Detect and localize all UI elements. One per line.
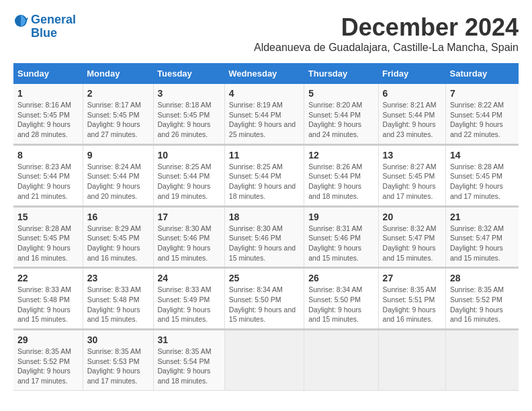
day-info: Sunrise: 8:34 AMSunset: 5:50 PMDaylight:… <box>229 285 300 324</box>
table-row <box>304 330 378 391</box>
day-info: Sunrise: 8:32 AMSunset: 5:47 PMDaylight:… <box>383 224 441 263</box>
table-row <box>224 330 304 391</box>
day-number: 22 <box>17 273 79 283</box>
day-info: Sunrise: 8:23 AMSunset: 5:44 PMDaylight:… <box>17 162 79 201</box>
table-row: 26Sunrise: 8:34 AMSunset: 5:50 PMDayligh… <box>304 268 378 330</box>
header-saturday: Saturday <box>446 63 519 84</box>
day-number: 6 <box>383 88 441 99</box>
header-wednesday: Wednesday <box>224 63 304 84</box>
day-info: Sunrise: 8:33 AMSunset: 5:48 PMDaylight:… <box>17 285 79 324</box>
calendar-week-row: 29Sunrise: 8:35 AMSunset: 5:52 PMDayligh… <box>13 330 519 391</box>
day-info: Sunrise: 8:29 AMSunset: 5:45 PMDaylight:… <box>87 224 149 263</box>
day-info: Sunrise: 8:34 AMSunset: 5:50 PMDaylight:… <box>308 285 373 324</box>
day-number: 16 <box>87 212 149 222</box>
day-info: Sunrise: 8:33 AMSunset: 5:48 PMDaylight:… <box>87 285 149 324</box>
calendar-week-row: 8Sunrise: 8:23 AMSunset: 5:44 PMDaylight… <box>13 144 519 206</box>
table-row: 25Sunrise: 8:34 AMSunset: 5:50 PMDayligh… <box>224 268 304 330</box>
table-row: 2Sunrise: 8:17 AMSunset: 5:45 PMDaylight… <box>83 84 153 144</box>
header-sunday: Sunday <box>13 63 83 84</box>
day-info: Sunrise: 8:17 AMSunset: 5:45 PMDaylight:… <box>87 100 149 140</box>
day-number: 24 <box>158 273 220 283</box>
table-row: 6Sunrise: 8:21 AMSunset: 5:44 PMDaylight… <box>378 84 445 144</box>
day-info: Sunrise: 8:18 AMSunset: 5:45 PMDaylight:… <box>158 100 220 140</box>
table-row: 28Sunrise: 8:35 AMSunset: 5:52 PMDayligh… <box>446 268 519 330</box>
logo-blue: Blue <box>31 26 57 40</box>
day-info: Sunrise: 8:28 AMSunset: 5:45 PMDaylight:… <box>17 224 79 263</box>
table-row: 11Sunrise: 8:25 AMSunset: 5:44 PMDayligh… <box>224 144 304 206</box>
day-info: Sunrise: 8:35 AMSunset: 5:52 PMDaylight:… <box>17 347 79 386</box>
day-number: 17 <box>158 212 220 222</box>
logo: General Blue <box>13 13 76 40</box>
table-row: 16Sunrise: 8:29 AMSunset: 5:45 PMDayligh… <box>83 206 153 268</box>
day-info: Sunrise: 8:16 AMSunset: 5:45 PMDaylight:… <box>17 100 79 140</box>
table-row: 22Sunrise: 8:33 AMSunset: 5:48 PMDayligh… <box>13 268 83 330</box>
day-number: 10 <box>158 150 220 161</box>
month-title: December 2024 <box>254 13 519 42</box>
table-row: 7Sunrise: 8:22 AMSunset: 5:44 PMDaylight… <box>446 84 519 144</box>
table-row: 4Sunrise: 8:19 AMSunset: 5:44 PMDaylight… <box>224 84 304 144</box>
table-row: 3Sunrise: 8:18 AMSunset: 5:45 PMDaylight… <box>153 84 224 144</box>
day-number: 18 <box>229 212 300 222</box>
day-number: 21 <box>450 212 515 222</box>
day-number: 11 <box>229 150 300 161</box>
logo-icon <box>13 13 28 28</box>
calendar-header-row: Sunday Monday Tuesday Wednesday Thursday… <box>13 63 519 84</box>
day-number: 7 <box>450 88 515 99</box>
day-number: 12 <box>308 150 373 161</box>
table-row: 13Sunrise: 8:27 AMSunset: 5:45 PMDayligh… <box>378 144 445 206</box>
table-row: 19Sunrise: 8:31 AMSunset: 5:46 PMDayligh… <box>304 206 378 268</box>
day-number: 3 <box>158 88 220 99</box>
header-monday: Monday <box>83 63 153 84</box>
day-info: Sunrise: 8:25 AMSunset: 5:44 PMDaylight:… <box>158 162 220 201</box>
day-number: 13 <box>383 150 441 161</box>
day-info: Sunrise: 8:35 AMSunset: 5:53 PMDaylight:… <box>87 347 149 386</box>
day-number: 19 <box>308 212 373 222</box>
day-number: 9 <box>87 150 149 161</box>
day-number: 25 <box>229 273 300 283</box>
day-info: Sunrise: 8:35 AMSunset: 5:52 PMDaylight:… <box>450 285 515 324</box>
day-number: 5 <box>308 88 373 99</box>
day-number: 28 <box>450 273 515 283</box>
table-row <box>446 330 519 391</box>
table-row: 31Sunrise: 8:35 AMSunset: 5:54 PMDayligh… <box>153 330 224 391</box>
day-info: Sunrise: 8:24 AMSunset: 5:44 PMDaylight:… <box>87 162 149 201</box>
day-info: Sunrise: 8:30 AMSunset: 5:46 PMDaylight:… <box>158 224 220 263</box>
table-row <box>378 330 445 391</box>
day-info: Sunrise: 8:31 AMSunset: 5:46 PMDaylight:… <box>308 224 373 263</box>
table-row: 12Sunrise: 8:26 AMSunset: 5:44 PMDayligh… <box>304 144 378 206</box>
day-number: 8 <box>17 150 79 161</box>
table-row: 23Sunrise: 8:33 AMSunset: 5:48 PMDayligh… <box>83 268 153 330</box>
day-number: 30 <box>87 334 149 345</box>
calendar-week-row: 15Sunrise: 8:28 AMSunset: 5:45 PMDayligh… <box>13 206 519 268</box>
table-row: 15Sunrise: 8:28 AMSunset: 5:45 PMDayligh… <box>13 206 83 268</box>
header-friday: Friday <box>378 63 445 84</box>
day-number: 1 <box>17 88 79 99</box>
table-row: 8Sunrise: 8:23 AMSunset: 5:44 PMDaylight… <box>13 144 83 206</box>
day-number: 29 <box>17 334 79 345</box>
day-number: 26 <box>308 273 373 283</box>
table-row: 27Sunrise: 8:35 AMSunset: 5:51 PMDayligh… <box>378 268 445 330</box>
day-number: 14 <box>450 150 515 161</box>
day-info: Sunrise: 8:26 AMSunset: 5:44 PMDaylight:… <box>308 162 373 201</box>
day-info: Sunrise: 8:21 AMSunset: 5:44 PMDaylight:… <box>383 100 441 140</box>
header-thursday: Thursday <box>304 63 378 84</box>
logo-general: General <box>31 13 76 26</box>
table-row: 29Sunrise: 8:35 AMSunset: 5:52 PMDayligh… <box>13 330 83 391</box>
day-info: Sunrise: 8:35 AMSunset: 5:54 PMDaylight:… <box>158 347 220 386</box>
table-row: 5Sunrise: 8:20 AMSunset: 5:44 PMDaylight… <box>304 84 378 144</box>
day-info: Sunrise: 8:28 AMSunset: 5:45 PMDaylight:… <box>450 162 515 201</box>
day-number: 20 <box>383 212 441 222</box>
day-number: 31 <box>158 334 220 345</box>
table-row: 1Sunrise: 8:16 AMSunset: 5:45 PMDaylight… <box>13 84 83 144</box>
table-row: 20Sunrise: 8:32 AMSunset: 5:47 PMDayligh… <box>378 206 445 268</box>
day-info: Sunrise: 8:25 AMSunset: 5:44 PMDaylight:… <box>229 162 300 201</box>
table-row: 14Sunrise: 8:28 AMSunset: 5:45 PMDayligh… <box>446 144 519 206</box>
table-row: 24Sunrise: 8:33 AMSunset: 5:49 PMDayligh… <box>153 268 224 330</box>
day-info: Sunrise: 8:32 AMSunset: 5:47 PMDaylight:… <box>450 224 515 263</box>
table-row: 17Sunrise: 8:30 AMSunset: 5:46 PMDayligh… <box>153 206 224 268</box>
table-row: 30Sunrise: 8:35 AMSunset: 5:53 PMDayligh… <box>83 330 153 391</box>
table-row: 10Sunrise: 8:25 AMSunset: 5:44 PMDayligh… <box>153 144 224 206</box>
day-number: 15 <box>17 212 79 222</box>
calendar-week-row: 22Sunrise: 8:33 AMSunset: 5:48 PMDayligh… <box>13 268 519 330</box>
table-row: 9Sunrise: 8:24 AMSunset: 5:44 PMDaylight… <box>83 144 153 206</box>
